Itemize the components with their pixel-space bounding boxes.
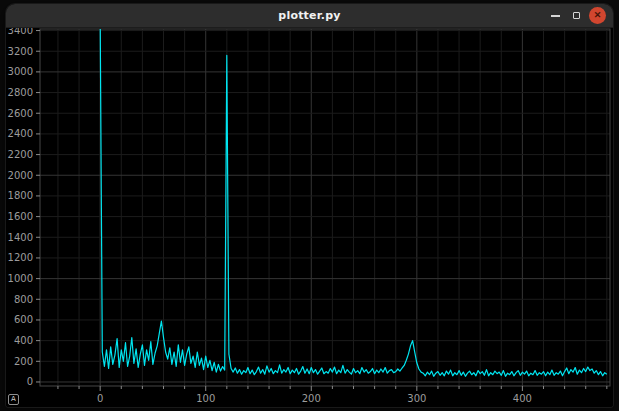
y-tick-label: 3400 [8,28,33,36]
y-tick-label: 400 [14,335,33,346]
maximize-button[interactable] [568,7,585,24]
x-tick-label: 200 [302,393,321,404]
x-tick-label: 300 [407,393,426,404]
minimize-button[interactable] [547,7,564,24]
y-tick-label: 2800 [8,87,33,98]
y-tick-label: 1600 [8,211,33,222]
y-tick-label: 600 [14,314,33,325]
app-window: plotter.py ✕ 010020030040002004006008001… [6,4,613,407]
y-tick-label: 2400 [8,128,33,139]
autorange-button[interactable]: A [8,394,19,405]
y-tick-label: 2000 [8,170,33,181]
plot-border [40,29,610,386]
x-tick-label: 100 [196,393,215,404]
maximize-icon [573,12,580,19]
y-tick-label: 2600 [8,108,33,119]
y-tick-label: 1400 [8,232,33,243]
titlebar[interactable]: plotter.py ✕ [6,4,613,28]
close-icon: ✕ [594,11,602,20]
y-tick-label: 1800 [8,190,33,201]
y-tick-label: 2200 [8,149,33,160]
y-tick-label: 3000 [8,66,33,77]
window-controls: ✕ [547,4,606,27]
y-tick-label: 1200 [8,252,33,263]
window-title: plotter.py [278,9,340,22]
close-button[interactable]: ✕ [589,7,606,24]
y-tick-label: 800 [14,294,33,305]
plot-canvas[interactable]: 0100200300400020040060080010001200140016… [6,28,613,407]
x-tick-label: 0 [97,393,103,404]
plot-svg: 0100200300400020040060080010001200140016… [6,28,613,407]
y-tick-label: 200 [14,356,33,367]
y-tick-label: 3200 [8,46,33,57]
minimize-icon [551,15,560,17]
y-tick-label: 1000 [8,273,33,284]
y-tick-label: 0 [27,376,33,387]
x-tick-label: 400 [513,393,532,404]
desktop-background: plotter.py ✕ 010020030040002004006008001… [0,0,619,411]
